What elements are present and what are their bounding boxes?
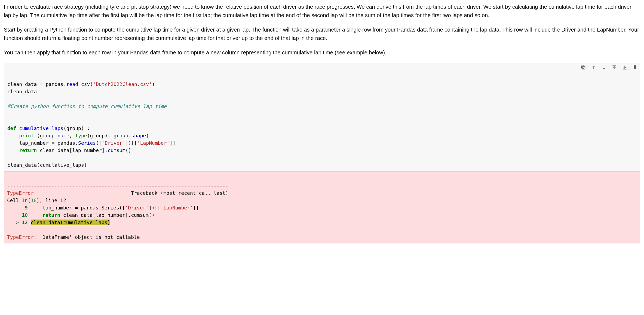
code-cell-input[interactable]: clean_data = pandas.read_csv('Dutch2022C… xyxy=(4,63,640,172)
insert-above-icon[interactable] xyxy=(612,65,617,70)
code-line-8: print (group.name, type(group), group.sh… xyxy=(7,133,149,138)
traceback-line-9: 9 lap_number = pandas.Series(['Driver'])… xyxy=(7,205,199,211)
code-line-10: return clean_data[lap_number].cumsum() xyxy=(7,147,131,153)
traceback-line-12: ---> 12 clean_data(cumulative_laps) xyxy=(7,220,110,225)
paragraph-1: In order to evaluate race strategy (incl… xyxy=(4,3,640,20)
traceback-cell-ref: Cell In[18], line 12 xyxy=(7,197,66,203)
traceback-sep: ----------------------------------------… xyxy=(7,183,228,189)
move-down-icon[interactable] xyxy=(601,65,607,70)
svg-rect-0 xyxy=(582,67,585,69)
code-line-1: clean_data = pandas.read_csv('Dutch2022C… xyxy=(7,81,155,87)
code-comment: #Create python function to compute cumul… xyxy=(7,103,167,109)
traceback-header: TypeError Traceback (most recent call la… xyxy=(7,190,228,196)
svg-rect-8 xyxy=(634,66,636,69)
delete-icon[interactable] xyxy=(632,65,638,70)
code-line-7: def cumulative_laps(group) : xyxy=(7,125,90,131)
code-line-12: clean_data(cumulative_laps) xyxy=(7,162,87,168)
paragraph-2: Start by creating a Python function to c… xyxy=(4,26,640,42)
error-output: ----------------------------------------… xyxy=(4,172,640,243)
cell-toolbar xyxy=(581,65,638,70)
code-line-9: lap_number = pandas.Series(['Driver'])[[… xyxy=(7,140,176,146)
traceback-final: TypeError: 'DataFrame' object is not cal… xyxy=(7,234,140,240)
svg-rect-1 xyxy=(581,66,584,68)
markdown-cell: In order to evaluate race strategy (incl… xyxy=(4,3,640,57)
paragraph-3: You can then apply that function to each… xyxy=(4,48,640,57)
duplicate-icon[interactable] xyxy=(581,65,586,70)
insert-below-icon[interactable] xyxy=(622,65,627,70)
traceback-line-10: 10 return clean_data[lap_number].cumsum(… xyxy=(7,212,155,218)
code-line-2: clean_data xyxy=(7,89,37,94)
move-up-icon[interactable] xyxy=(591,65,596,70)
